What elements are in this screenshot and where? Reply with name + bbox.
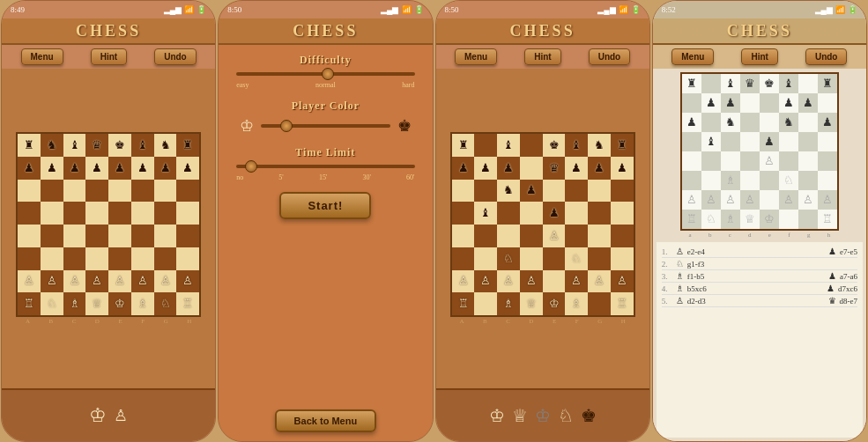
chess-cell[interactable] (131, 247, 154, 270)
chess-cell[interactable] (798, 210, 818, 229)
chess-cell[interactable]: ♛ (740, 74, 760, 93)
chess-cell[interactable]: ♟ (497, 157, 520, 180)
chess-cell[interactable]: ♟ (176, 157, 199, 180)
chess-cell[interactable] (85, 180, 108, 203)
chess-cell[interactable] (701, 151, 721, 171)
chess-cell[interactable]: ♙ (721, 190, 740, 210)
chess-cell[interactable]: ♘ (779, 171, 798, 190)
chess-cell[interactable]: ♘ (497, 247, 520, 270)
chess-cell[interactable]: ♟ (41, 157, 63, 180)
chess-cell[interactable] (721, 151, 740, 171)
chess-cell[interactable]: ♙ (565, 270, 588, 293)
chess-cell[interactable] (474, 225, 497, 247)
chess-cell[interactable]: ♗ (565, 292, 588, 315)
chess-cell[interactable] (701, 171, 721, 190)
chess-cell[interactable]: ♟ (779, 93, 798, 113)
chess-board-4[interactable]: ♜♝♛♚♝♜♟♟♟♟♟♞♞♟♝♟♙♗♘♙♙♙♙♙♙♙♖♘♗♕♔♖ (680, 72, 839, 231)
chess-cell[interactable]: ♙ (740, 190, 760, 210)
chess-cell[interactable]: ♙ (108, 270, 131, 293)
chess-cell[interactable]: ♟ (131, 157, 154, 180)
chess-cell[interactable] (18, 225, 41, 247)
chess-cell[interactable] (682, 132, 701, 151)
chess-cell[interactable] (474, 292, 497, 315)
chess-cell[interactable]: ♝ (63, 134, 86, 157)
chess-cell[interactable]: ♖ (176, 292, 199, 315)
chess-cell[interactable] (176, 247, 199, 270)
chess-cell[interactable]: ♚ (760, 74, 779, 93)
chess-cell[interactable]: ♙ (682, 190, 701, 210)
chess-cell[interactable]: ♟ (721, 93, 740, 113)
chess-cell[interactable]: ♚ (108, 134, 131, 157)
chess-cell[interactable] (760, 113, 779, 132)
chess-cell[interactable] (154, 202, 177, 225)
time-slider[interactable] (236, 165, 414, 168)
chess-cell[interactable]: ♝ (779, 74, 798, 93)
chess-cell[interactable]: ♜ (452, 134, 475, 157)
chess-cell[interactable]: ♕ (740, 210, 760, 229)
chess-cell[interactable] (740, 171, 760, 190)
chess-cell[interactable]: ♖ (452, 292, 475, 315)
chess-cell[interactable] (818, 132, 837, 151)
chess-cell[interactable]: ♟ (682, 113, 701, 132)
chess-cell[interactable] (760, 190, 779, 210)
chess-cell[interactable] (63, 225, 86, 247)
chess-cell[interactable] (798, 151, 818, 171)
chess-cell[interactable] (779, 210, 798, 229)
chess-cell[interactable] (520, 225, 543, 247)
chess-cell[interactable] (721, 132, 740, 151)
chess-cell[interactable] (520, 202, 543, 225)
chess-cell[interactable] (63, 202, 86, 225)
chess-cell[interactable] (565, 202, 588, 225)
chess-cell[interactable] (543, 247, 566, 270)
chess-cell[interactable] (798, 113, 818, 132)
undo-btn-4[interactable]: Undo (805, 48, 848, 65)
chess-cell[interactable]: ♜ (611, 134, 634, 157)
chess-cell[interactable] (760, 171, 779, 190)
menu-btn-4[interactable]: Menu (671, 48, 714, 65)
chess-cell[interactable] (108, 247, 131, 270)
chess-cell[interactable]: ♟ (474, 157, 497, 180)
chess-cell[interactable]: ♝ (131, 134, 154, 157)
color-slider[interactable] (261, 124, 389, 128)
chess-cell[interactable]: ♝ (721, 74, 740, 93)
chess-cell[interactable]: ♟ (588, 157, 611, 180)
chess-cell[interactable]: ♘ (154, 292, 177, 315)
chess-cell[interactable]: ♙ (18, 270, 41, 293)
chess-cell[interactable]: ♗ (63, 292, 86, 315)
chess-cell[interactable]: ♗ (721, 171, 740, 190)
chess-cell[interactable] (611, 225, 634, 247)
chess-cell[interactable] (41, 225, 63, 247)
chess-cell[interactable]: ♟ (108, 157, 131, 180)
chess-cell[interactable]: ♙ (701, 190, 721, 210)
chess-cell[interactable]: ♛ (543, 157, 566, 180)
chess-cell[interactable] (818, 171, 837, 190)
chess-cell[interactable]: ♜ (176, 134, 199, 157)
chess-cell[interactable] (818, 93, 837, 113)
chess-cell[interactable]: ♝ (701, 132, 721, 151)
chess-cell[interactable] (520, 247, 543, 270)
chess-cell[interactable]: ♞ (779, 113, 798, 132)
chess-cell[interactable]: ♙ (176, 270, 199, 293)
chess-cell[interactable]: ♙ (798, 190, 818, 210)
chess-cell[interactable] (452, 225, 475, 247)
back-to-menu-button[interactable]: Back to Menu (275, 409, 377, 432)
chess-cell[interactable]: ♞ (497, 180, 520, 203)
chess-cell[interactable] (740, 132, 760, 151)
undo-btn-1[interactable]: Undo (154, 48, 197, 65)
chess-cell[interactable]: ♙ (154, 270, 177, 293)
chess-cell[interactable] (588, 225, 611, 247)
chess-cell[interactable]: ♙ (474, 270, 497, 293)
chess-cell[interactable] (131, 225, 154, 247)
chess-cell[interactable]: ♟ (701, 93, 721, 113)
chess-cell[interactable]: ♔ (760, 210, 779, 229)
chess-cell[interactable] (798, 132, 818, 151)
menu-btn-1[interactable]: Menu (21, 48, 63, 65)
chess-cell[interactable]: ♝ (565, 134, 588, 157)
chess-cell[interactable]: ♚ (543, 134, 566, 157)
chess-cell[interactable]: ♟ (18, 157, 41, 180)
chess-cell[interactable] (497, 202, 520, 225)
chess-cell[interactable] (588, 292, 611, 315)
chess-cell[interactable]: ♕ (85, 292, 108, 315)
chess-cell[interactable] (63, 247, 86, 270)
chess-cell[interactable]: ♙ (85, 270, 108, 293)
